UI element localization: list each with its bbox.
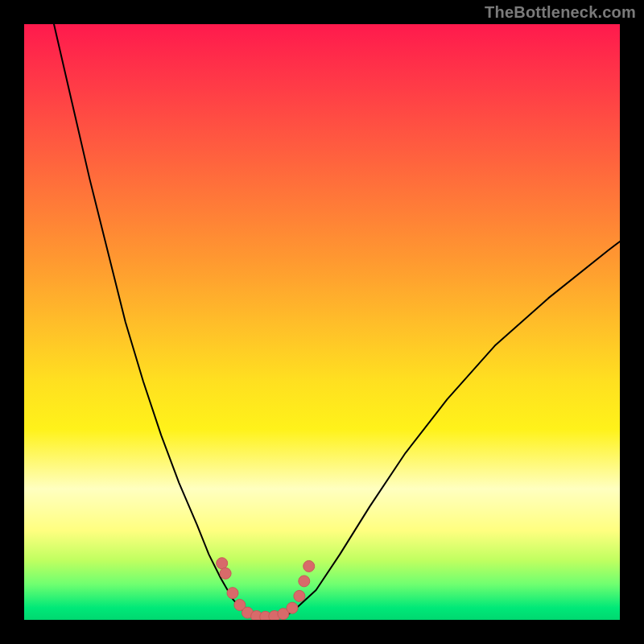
curve-layer (24, 24, 620, 620)
valley-marker (287, 602, 298, 613)
watermark-text: TheBottleneck.com (485, 3, 636, 22)
valley-marker (294, 590, 305, 601)
valley-marker (220, 568, 231, 579)
valley-markers (217, 558, 315, 620)
valley-marker (299, 576, 310, 587)
valley-marker (303, 560, 315, 572)
valley-marker (217, 558, 228, 569)
chart-frame: TheBottleneck.com (0, 0, 644, 644)
valley-marker (227, 588, 238, 599)
bottleneck-curve (54, 24, 620, 617)
plot-area (24, 24, 620, 620)
